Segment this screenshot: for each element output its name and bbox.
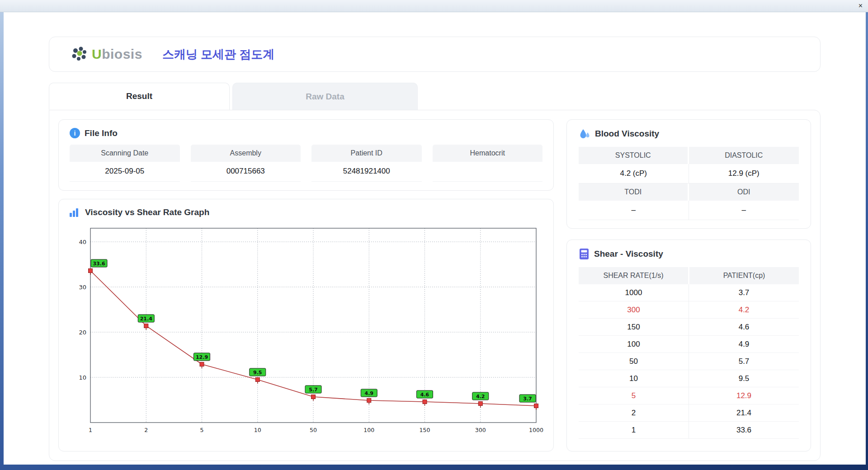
patient-cell: 9.5 [689, 370, 799, 387]
field-label: Hematocrit [433, 145, 543, 162]
sv-col-shear-rate: SHEAR RATE(1/s) [579, 267, 689, 284]
field-label: Assembly [191, 145, 301, 162]
svg-text:4.6: 4.6 [420, 392, 429, 398]
tab-result[interactable]: Result [49, 83, 230, 110]
close-icon[interactable]: × [859, 1, 863, 10]
blood-viscosity-card: Blood Viscosity SYSTOLIC DIASTOLIC 4.2 (… [566, 119, 811, 229]
svg-text:10: 10 [79, 374, 86, 381]
field-assembly: Assembly 000715663 [191, 145, 301, 182]
field-value [433, 162, 543, 182]
file-info-title: File Info [85, 128, 118, 138]
window-titlebar: × [0, 0, 868, 12]
left-column: i File Info Scanning Date 2025-09-05 Ass… [58, 119, 554, 451]
bv-value-todi: – [579, 201, 689, 220]
svg-text:5: 5 [200, 427, 204, 433]
blood-viscosity-grid: SYSTOLIC DIASTOLIC 4.2 (cP) 12.9 (cP) TO… [579, 147, 799, 220]
shear-rate-cell: 2 [579, 404, 689, 422]
table-row: 50 5.7 [579, 353, 799, 370]
app-window: Ubiosis 스캐닝 모세관 점도계 Result Raw Data i Fi… [4, 12, 866, 465]
tab-raw-data[interactable]: Raw Data [232, 83, 418, 110]
patient-cell: 4.9 [689, 336, 799, 353]
bv-value-diastolic: 12.9 (cP) [689, 164, 799, 183]
calculator-icon [579, 248, 590, 260]
page-title: 스캐닝 모세관 점도계 [162, 47, 274, 62]
shear-rate-cell: 50 [579, 353, 689, 370]
bar-chart-icon [70, 208, 80, 217]
sv-col-patient: PATIENT(cp) [689, 267, 799, 284]
svg-text:5.7: 5.7 [309, 387, 318, 393]
bv-label-todi: TODI [579, 183, 689, 201]
svg-text:10: 10 [254, 427, 261, 433]
field-hematocrit: Hematocrit [433, 145, 543, 182]
svg-text:3.7: 3.7 [523, 396, 532, 402]
field-value: 000715663 [191, 162, 301, 182]
shear-rate-cell: 100 [579, 336, 689, 353]
shear-rate-cell: 1000 [579, 284, 689, 301]
tab-bar: Result Raw Data [49, 83, 821, 110]
shear-rate-cell: 5 [579, 387, 689, 404]
file-info-fields: Scanning Date 2025-09-05 Assembly 000715… [70, 145, 542, 182]
shear-rate-cell: 1 [579, 422, 689, 439]
field-patient-id: Patient ID 52481921400 [311, 145, 422, 182]
logo-letter-u: U [92, 47, 102, 61]
table-row: 2 21.4 [579, 404, 799, 422]
svg-text:21.4: 21.4 [140, 316, 152, 322]
svg-text:2: 2 [144, 427, 148, 433]
bv-value-systolic: 4.2 (cP) [579, 164, 689, 183]
table-row: 300 4.2 [579, 301, 799, 319]
shear-viscosity-title: Shear - Viscosity [594, 249, 663, 259]
page-content: Ubiosis 스캐닝 모세관 점도계 Result Raw Data i Fi… [4, 12, 866, 461]
table-row: 150 4.6 [579, 319, 799, 336]
patient-cell: 5.7 [689, 353, 799, 370]
svg-text:1000: 1000 [529, 427, 543, 433]
droplet-icon [579, 128, 590, 140]
shear-viscosity-table: SHEAR RATE(1/s) PATIENT(cp) 1000 3.7 300… [579, 267, 799, 439]
shear-rate-cell: 10 [579, 370, 689, 387]
field-label: Scanning Date [70, 145, 180, 162]
svg-text:300: 300 [475, 427, 486, 433]
table-row: 1000 3.7 [579, 284, 799, 301]
table-row: 10 9.5 [579, 370, 799, 387]
shear-rate-cell: 150 [579, 319, 689, 336]
shear-viscosity-card: Shear - Viscosity SHEAR RATE(1/s) PATIEN… [566, 240, 811, 451]
patient-cell: 21.4 [689, 404, 799, 422]
patient-cell: 33.6 [689, 422, 799, 439]
patient-cell: 3.7 [689, 284, 799, 301]
svg-text:30: 30 [79, 284, 86, 291]
table-row: 1 33.6 [579, 422, 799, 439]
logo-text: Ubiosis [92, 47, 142, 62]
viscosity-chart: 102030401251050100150300100033.621.412.9… [70, 222, 543, 438]
svg-text:4.9: 4.9 [365, 390, 374, 396]
field-value: 52481921400 [311, 162, 422, 182]
svg-text:33.6: 33.6 [93, 261, 105, 267]
ubiosis-logo: Ubiosis [71, 47, 142, 62]
svg-text:40: 40 [79, 239, 86, 245]
bv-label-systolic: SYSTOLIC [579, 147, 689, 164]
shear-rate-cell: 300 [579, 301, 689, 319]
right-column: Blood Viscosity SYSTOLIC DIASTOLIC 4.2 (… [566, 119, 811, 451]
desktop-background: × Ubiosis 스캐닝 모세관 점도계 [0, 0, 868, 470]
svg-text:100: 100 [363, 427, 374, 433]
patient-cell: 12.9 [689, 387, 799, 404]
table-row: 5 12.9 [579, 387, 799, 404]
svg-text:4.2: 4.2 [476, 394, 485, 400]
svg-text:50: 50 [310, 427, 317, 433]
main-content: i File Info Scanning Date 2025-09-05 Ass… [49, 110, 821, 461]
field-value: 2025-09-05 [70, 162, 180, 182]
blood-viscosity-title: Blood Viscosity [595, 129, 659, 139]
graph-title: Viscosity vs Shear Rate Graph [85, 207, 209, 217]
svg-text:12.9: 12.9 [196, 354, 208, 360]
patient-cell: 4.2 [689, 301, 799, 319]
header-card: Ubiosis 스캐닝 모세관 점도계 [49, 37, 821, 72]
bv-label-diastolic: DIASTOLIC [689, 147, 799, 164]
svg-text:9.5: 9.5 [253, 370, 262, 376]
field-scanning-date: Scanning Date 2025-09-05 [70, 145, 180, 182]
table-row: 100 4.9 [579, 336, 799, 353]
svg-text:1: 1 [89, 427, 92, 433]
logo-letters-biosis: biosis [102, 47, 142, 61]
chart-area: 102030401251050100150300100033.621.412.9… [70, 222, 542, 440]
patient-cell: 4.6 [689, 319, 799, 336]
bv-label-odi: ODI [689, 183, 799, 201]
field-label: Patient ID [311, 145, 422, 162]
file-info-card: i File Info Scanning Date 2025-09-05 Ass… [58, 119, 554, 191]
